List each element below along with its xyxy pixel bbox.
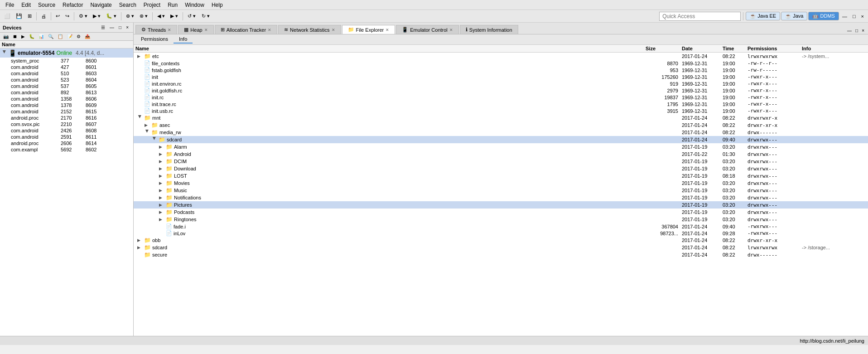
process-row[interactable]: com.android 537 8605: [0, 83, 133, 89]
process-row[interactable]: com.svox.pic 2210 8607: [0, 121, 133, 127]
subtab-info[interactable]: Info: [174, 35, 193, 44]
file-tree-row[interactable]: 📄 file_contexts 8870 1969-12-31 19:00 -r…: [134, 60, 868, 67]
file-tree-row[interactable]: ▶ 📁 Pictures 2017-01-19 03:20 drwxrwx---: [134, 201, 868, 209]
fe-close[interactable]: ✕: [386, 28, 389, 32]
tab-allocation[interactable]: ⊞ Allocation Tracker ✕: [215, 25, 277, 34]
toolbar-close-btn[interactable]: ×: [859, 12, 866, 20]
dev-tb-7[interactable]: 📋: [56, 33, 65, 40]
quick-access-input[interactable]: [659, 12, 741, 21]
dev-tb-4[interactable]: 🐛: [27, 33, 36, 40]
file-tree-row[interactable]: ▶ 📁 Android 2017-01-22 01:30 drwxrwx---: [134, 150, 868, 158]
toolbar-minimize-btn[interactable]: —: [840, 12, 849, 20]
process-row[interactable]: com.android 2591 8611: [0, 134, 133, 140]
file-tree-row[interactable]: ▶ 📁 Music 2017-01-19 03:20 drwxrwx---: [134, 187, 868, 194]
file-tree-row[interactable]: ▶ 📁 Ringtones 2017-01-19 03:20 drwxrwx--…: [134, 216, 868, 223]
tab-sysinfo[interactable]: ℹ System Information: [460, 25, 518, 34]
process-row[interactable]: com.android 2152 8615: [0, 108, 133, 115]
file-tree-row[interactable]: 📄 init.usb.rc 3915 1969-12-31 19:00 -rwx…: [134, 107, 868, 114]
heap-close[interactable]: ✕: [204, 28, 208, 32]
dev-tb-9[interactable]: ⚙: [75, 33, 82, 40]
devices-minimize-btn[interactable]: —: [108, 24, 116, 31]
toolbar-run-btn[interactable]: ▶ ▾: [91, 12, 103, 20]
file-tree-row[interactable]: 📄 init.environ.rc 919 1969-12-31 19:00 -…: [134, 80, 868, 87]
toolbar-debug-btn[interactable]: 🐛 ▾: [104, 12, 119, 20]
menu-navigate[interactable]: Navigate: [87, 1, 115, 9]
file-tree-row[interactable]: 📄 init.rc 19837 1969-12-31 19:00 -rwxr-x…: [134, 94, 868, 101]
dev-tb-2[interactable]: ⏹: [11, 33, 19, 40]
file-tree-row[interactable]: 📁 secure 2017-01-24 08:22 drwx------: [134, 251, 868, 258]
emu-close[interactable]: ✕: [449, 28, 453, 32]
process-row[interactable]: system_proc 377 8600: [0, 58, 133, 64]
process-row[interactable]: com.android 427 8601: [0, 64, 133, 70]
process-row[interactable]: com.android 510 8603: [0, 70, 133, 77]
toolbar-build-btn[interactable]: ⚙ ▾: [77, 12, 90, 20]
file-tree-row[interactable]: ▶ 📁 sdcard 2017-01-24 08:22 lrwxrwxrwx -…: [134, 244, 868, 251]
tab-network[interactable]: ≋ Network Statistics ✕: [278, 25, 341, 34]
file-tree-row[interactable]: 📄 init.goldfish.rc 2979 1969-12-31 19:00…: [134, 87, 868, 94]
file-tree-row[interactable]: 📄 inLov 98723... 2017-01-24 09:28 -rwxrw…: [134, 230, 868, 237]
devices-menu-btn[interactable]: ☰: [99, 24, 107, 31]
toolbar-new-btn[interactable]: ⬜: [2, 12, 13, 20]
process-row[interactable]: com.android 2426 8608: [0, 127, 133, 134]
process-row[interactable]: android.proc 2606 8614: [0, 140, 133, 146]
file-tree-row[interactable]: ▶ 📁 media_rw 2017-01-24 08:22 drwx------: [134, 129, 868, 136]
file-tree-row[interactable]: ▶ 📁 etc 2017-01-24 08:22 lrwxrwxrwx -> /…: [134, 53, 868, 60]
dev-tb-10[interactable]: 📤: [83, 33, 92, 40]
alloc-close[interactable]: ✕: [268, 28, 271, 32]
panel-minimize-btn[interactable]: —: [845, 27, 854, 34]
dev-tb-5[interactable]: 📊: [37, 33, 46, 40]
toolbar-maximize-btn[interactable]: □: [850, 12, 858, 20]
menu-refactor[interactable]: Refactor: [59, 1, 87, 9]
file-tree-row[interactable]: ▶ 📁 Podcasts 2017-01-19 03:20 drwxrwx---: [134, 209, 868, 216]
perspective-ddms-btn[interactable]: 🤖 DDMS: [808, 12, 839, 20]
network-close[interactable]: ✕: [332, 28, 335, 32]
toolbar-fwd-btn[interactable]: ↪: [63, 12, 72, 20]
toolbar-ext4-btn[interactable]: ▶ ▾: [168, 12, 180, 20]
file-tree-row[interactable]: ▶ 📁 Notifications 2017-01-19 03:20 drwxr…: [134, 194, 868, 201]
dev-tb-3[interactable]: ▶: [19, 33, 27, 40]
file-tree-row[interactable]: ▶ 📁 Movies 2017-01-19 03:20 drwxrwx---: [134, 179, 868, 187]
tab-threads[interactable]: ⚙ Threads ✕: [135, 25, 177, 34]
file-tree-row[interactable]: ▶ 📁 Alarm 2017-01-19 03:20 drwxrwx---: [134, 143, 868, 150]
toolbar-ext2-btn[interactable]: ⊗ ▾: [137, 12, 150, 20]
process-row[interactable]: com.exampl 5692 8602: [0, 146, 133, 153]
perspective-java-btn[interactable]: ☕ Java: [781, 12, 807, 20]
menu-search[interactable]: Search: [116, 1, 140, 9]
menu-help[interactable]: Help: [208, 1, 227, 9]
toolbar-ext6-btn[interactable]: ↻ ▾: [199, 12, 212, 20]
file-tree-row[interactable]: 📄 fstab.goldfish 953 1969-12-31 19:00 -r…: [134, 67, 868, 73]
menu-window[interactable]: Window: [181, 1, 208, 9]
file-tree-row[interactable]: 📄 fade.i 367804 2017-01-24 09:40 -rwxrwx…: [134, 223, 868, 230]
process-row[interactable]: com.android 1378 8609: [0, 102, 133, 108]
menu-edit[interactable]: Edit: [18, 1, 34, 9]
panel-close-btn[interactable]: ×: [860, 27, 866, 34]
dev-tb-1[interactable]: 📷: [1, 33, 10, 40]
toolbar-ext5-btn[interactable]: ↺ ▾: [185, 12, 198, 20]
device-row-main[interactable]: ▶ 📱 emulator-5554 Online 4.4 [4.4, d...: [0, 48, 133, 58]
toolbar-ext1-btn[interactable]: ⊕ ▾: [124, 12, 136, 20]
menu-file[interactable]: File: [2, 1, 18, 9]
devices-maximize-btn[interactable]: □: [117, 24, 123, 31]
file-tree-row[interactable]: 📄 init.trace.rc 1795 1969-12-31 19:00 -r…: [134, 101, 868, 107]
toolbar-save-all-btn[interactable]: ⊞: [25, 12, 34, 20]
devices-close-btn[interactable]: ×: [124, 24, 130, 31]
toolbar-save-btn[interactable]: 💾: [14, 12, 24, 20]
toolbar-ext3-btn[interactable]: ◀ ▾: [155, 12, 167, 20]
toolbar-back-btn[interactable]: ↩: [53, 12, 62, 20]
process-row[interactable]: com.android 892 8613: [0, 89, 133, 96]
panel-maximize-btn[interactable]: □: [854, 27, 860, 34]
dev-tb-6[interactable]: 🔍: [46, 33, 55, 40]
process-row[interactable]: android.proc 2170 8616: [0, 115, 133, 121]
file-tree-row[interactable]: ▶ 📁 Download 2017-01-19 03:20 drwxrwx---: [134, 165, 868, 172]
subtab-permissions[interactable]: Permissions: [135, 35, 174, 44]
toolbar-print-btn[interactable]: 🖨: [39, 12, 48, 20]
tab-heap[interactable]: ▦ Heap ✕: [178, 25, 213, 34]
dev-tb-8[interactable]: 📝: [65, 33, 74, 40]
tab-file-explorer[interactable]: 📁 File Explorer ✕: [342, 25, 395, 34]
file-tree-row[interactable]: ▶ 📁 mnt 2017-01-24 08:22 drwxrwxr-x: [134, 114, 868, 121]
menu-run[interactable]: Run: [164, 1, 181, 9]
tab-emulator[interactable]: 📱 Emulator Control ✕: [396, 25, 459, 34]
process-row[interactable]: com.android 523 8604: [0, 77, 133, 83]
perspective-javaee-btn[interactable]: ☕ Java EE: [746, 12, 780, 20]
file-tree-row[interactable]: 📄 init 175260 1969-12-31 19:00 -rwxr-x--…: [134, 73, 868, 80]
